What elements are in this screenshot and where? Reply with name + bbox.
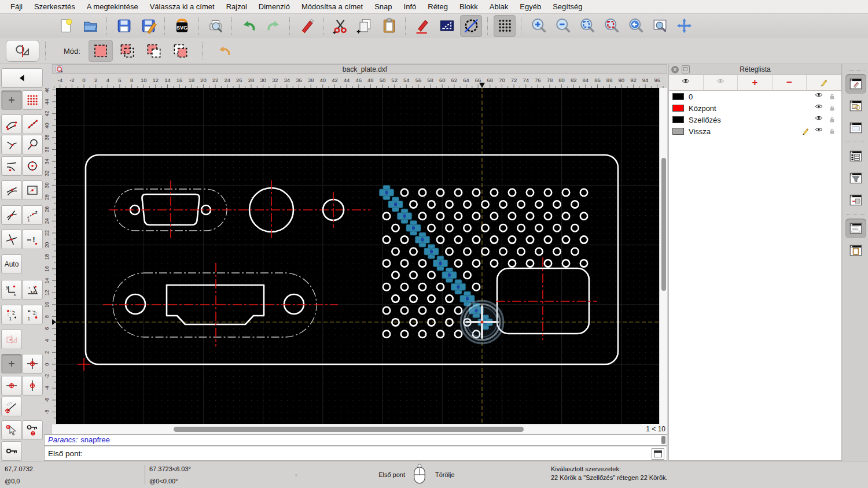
zoom-selected-button[interactable]: [600, 15, 622, 37]
snap-intersection-button[interactable]: [1, 205, 22, 225]
snap-crosshair-button[interactable]: [22, 354, 43, 374]
lock-icon[interactable]: [827, 93, 837, 101]
coord-auto-button[interactable]: Auto: [1, 254, 22, 274]
menu-m-dos-tsa-a-c-met[interactable]: Módosítsa a címet: [296, 0, 369, 13]
zoom-auto-button[interactable]: [576, 15, 598, 37]
show-all-layers-button[interactable]: [669, 75, 704, 90]
zoom-in-button[interactable]: [527, 15, 549, 37]
relative-zero-button[interactable]: [1, 441, 22, 461]
pencil-yellow-icon[interactable]: [801, 127, 810, 135]
eye-icon[interactable]: [814, 127, 823, 135]
menu-szerkeszt-s[interactable]: Szerkesztés: [28, 0, 81, 13]
mode-window-invert-button[interactable]: [168, 40, 193, 62]
menu-inf-[interactable]: Infó: [398, 0, 422, 13]
point-order-2-button[interactable]: 12: [22, 305, 43, 324]
snap-entity-button[interactable]: [22, 135, 43, 154]
draw-line-button[interactable]: [411, 15, 433, 37]
horizontal-scrollbar-thumb[interactable]: [174, 427, 524, 432]
eye-icon[interactable]: [814, 116, 823, 124]
command-input[interactable]: Első pont:: [44, 446, 667, 461]
snap-on-entity-button[interactable]: [22, 114, 43, 134]
snap-grid-button[interactable]: [22, 90, 43, 110]
copy-button[interactable]: [354, 15, 376, 37]
restrict-orthogonal-button[interactable]: !: [22, 230, 43, 249]
export-svg-button[interactable]: SVG: [171, 15, 193, 37]
snap-center-button[interactable]: [22, 156, 43, 176]
add-layer-button[interactable]: +: [738, 75, 773, 90]
widget-command-options-button[interactable]: [845, 190, 866, 210]
collapse-toolbar-button[interactable]: [1, 68, 43, 88]
command-scrollbar[interactable]: [661, 435, 666, 445]
mode-undo-button[interactable]: [212, 40, 237, 62]
layer-row-szell-z-s[interactable]: Szellőzés: [669, 114, 841, 125]
redo-button[interactable]: [262, 15, 284, 37]
undo-button[interactable]: [238, 15, 260, 37]
lock-icon[interactable]: [827, 104, 837, 112]
menu-f-jl[interactable]: Fájl: [5, 0, 28, 13]
horizontal-scrollbar[interactable]: [52, 424, 642, 434]
menu-rajzol[interactable]: Rajzol: [220, 0, 253, 13]
drawing-canvas[interactable]: [56, 88, 659, 424]
open-file-button[interactable]: [79, 15, 101, 37]
snap-perpendicular-button[interactable]: [1, 135, 22, 154]
circle-line-button[interactable]: [460, 15, 482, 37]
angle-snap-button[interactable]: [1, 397, 22, 416]
new-document-button[interactable]: [55, 15, 77, 37]
edit-layer-button[interactable]: [807, 75, 841, 90]
menu-blokk[interactable]: Blokk: [454, 0, 484, 13]
coordinate-polar-button[interactable]: ra: [22, 280, 43, 300]
menu-snap[interactable]: Snap: [369, 0, 398, 13]
menu-seg-ts-g[interactable]: Segítség: [547, 0, 588, 13]
select-window-button[interactable]: [436, 15, 458, 37]
save-as-button[interactable]: [137, 15, 159, 37]
menu-r-teg[interactable]: Réteg: [422, 0, 454, 13]
snap-nearest-button[interactable]: [1, 156, 22, 176]
widget-layer-list-button[interactable]: [845, 146, 866, 166]
lock-icon[interactable]: [827, 116, 837, 124]
widget-library-browser-button[interactable]: [845, 118, 866, 138]
selection-order-disabled-button[interactable]: [1, 330, 22, 349]
snap-middle-button[interactable]: [22, 180, 43, 200]
widget-block-list-button[interactable]: [845, 96, 866, 116]
lock-relative-zero-button[interactable]: [22, 420, 43, 440]
menu-dimenzi-[interactable]: Dimenzió: [253, 0, 296, 13]
save-button[interactable]: [113, 15, 135, 37]
layer-row-vissza[interactable]: Vissza: [669, 125, 841, 137]
mode-window-remove-button[interactable]: [142, 40, 166, 62]
zoom-pan-button[interactable]: [673, 15, 695, 37]
restrict-nothing-button[interactable]: [1, 230, 22, 249]
layer-row-0[interactable]: 0: [669, 91, 841, 102]
coordinate-cartesian-button[interactable]: yx: [1, 280, 22, 300]
snap-free-button[interactable]: [1, 90, 22, 110]
eye-icon[interactable]: [814, 104, 823, 112]
zoom-out-button[interactable]: [551, 15, 573, 37]
zoom-window-button[interactable]: [649, 15, 671, 37]
grid-toggle-button[interactable]: [494, 15, 516, 37]
restrict-horizontal-button[interactable]: [1, 376, 22, 395]
paste-button[interactable]: [378, 15, 400, 37]
snap-free-2-button[interactable]: [1, 354, 22, 374]
vertical-scrollbar[interactable]: [659, 88, 667, 424]
lock-icon[interactable]: [827, 127, 837, 135]
widget-pen-toolbar-button[interactable]: [845, 74, 866, 94]
menu-a-megtekint-se[interactable]: A megtekintése: [81, 0, 144, 13]
command-detach-button[interactable]: [652, 448, 664, 460]
select-entity-button[interactable]: [1, 420, 22, 440]
menu-ablak[interactable]: Ablak: [484, 0, 514, 13]
snap-tangent-button[interactable]: [1, 180, 22, 200]
delete-button[interactable]: [296, 15, 318, 37]
widget-clipboard-button[interactable]: [845, 241, 866, 260]
cut-button[interactable]: [329, 15, 351, 37]
menu-v-lassza-ki-a-c-met[interactable]: Válassza ki a címet: [144, 0, 220, 13]
restrict-vertical-button[interactable]: [22, 376, 43, 395]
strip-drag-handle[interactable]: [847, 65, 865, 71]
snap-endpoints-button[interactable]: [1, 114, 22, 134]
widget-entity-filter-button[interactable]: [845, 168, 866, 188]
menu-egy-b[interactable]: Egyéb: [514, 0, 547, 13]
remove-layer-button[interactable]: −: [773, 75, 807, 90]
mode-window-button[interactable]: [89, 40, 113, 62]
print-preview-button[interactable]: [204, 15, 226, 37]
vertical-scrollbar-thumb[interactable]: [661, 158, 666, 291]
widget-command-line-button[interactable]: [845, 219, 866, 238]
hide-all-layers-button[interactable]: [704, 75, 738, 90]
